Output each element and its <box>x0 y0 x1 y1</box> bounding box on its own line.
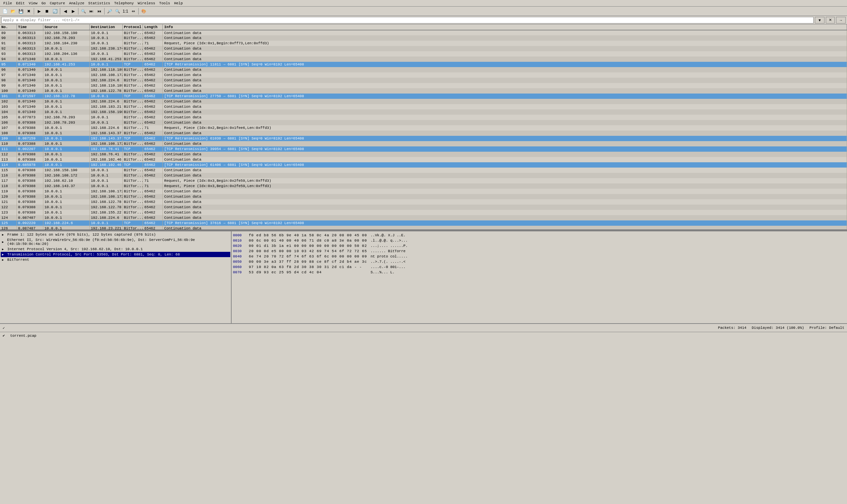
table-row[interactable]: 113 0.079388 10.0.0.1 192.168.102.46 Bit… <box>0 157 847 162</box>
expand-icon: ▶ <box>2 253 6 256</box>
table-row[interactable]: 111 0.002207 10.0.0.1 192.168.76.41 TCP … <box>0 146 847 152</box>
table-row[interactable]: 106 0.079388 192.168.78.203 10.0.0.1 Bit… <box>0 120 847 125</box>
cell-info: Request, Piece (Idx:0x2,Begin:0x1fee6,Le… <box>163 125 847 130</box>
zoom-out-btn[interactable]: 🔍 <box>114 7 121 15</box>
table-row[interactable]: 94 0.071340 10.0.0.1 192.168.41.253 BitT… <box>0 56 847 62</box>
start-capture-btn[interactable]: ▶ <box>35 7 43 15</box>
table-row[interactable]: 102 0.071340 10.0.0.1 192.168.224.6 BitT… <box>0 99 847 104</box>
menu-edit[interactable]: Edit <box>14 1 27 6</box>
resize-col-btn[interactable]: ⇔ <box>130 7 137 15</box>
detail-item[interactable]: ▶Transmission Control Protocol, Src Port… <box>1 252 230 257</box>
cell-no: 98 <box>0 78 17 83</box>
menu-go[interactable]: Go <box>39 1 48 6</box>
table-row[interactable]: 125 0.092220 192.168.224.6 10.0.0.1 TCP … <box>0 220 847 226</box>
table-row[interactable]: 95 0.071340 192.168.41.253 10.0.0.1 TCP … <box>0 62 847 67</box>
cell-src: 10.0.0.1 <box>43 56 89 62</box>
col-header-source[interactable]: Source <box>43 24 89 30</box>
restart-capture-btn[interactable]: 🔄 <box>51 7 58 15</box>
menu-file[interactable]: File <box>1 1 14 6</box>
table-row[interactable]: 107 0.079388 10.0.0.1 192.168.224.6 BitT… <box>0 125 847 130</box>
menu-capture[interactable]: Capture <box>48 1 67 6</box>
table-row[interactable]: 116 0.079388 192.168.108.172 10.0.0.1 Bi… <box>0 173 847 178</box>
table-row[interactable]: 100 0.071340 10.0.0.1 192.168.122.78 Bit… <box>0 88 847 93</box>
cell-info: Continuation data <box>163 210 847 215</box>
table-row[interactable]: 98 0.071340 10.0.0.1 192.168.224.6 BitTo… <box>0 78 847 83</box>
col-header-protocol[interactable]: Protocol <box>122 24 143 30</box>
find-prev-btn[interactable]: ⏮ <box>96 7 103 15</box>
table-row[interactable]: 89 0.063313 192.168.158.190 10.0.0.1 Bit… <box>0 30 847 35</box>
table-row[interactable]: 93 0.063313 192.168.204.136 10.0.0.1 Bit… <box>0 51 847 56</box>
table-row[interactable]: 112 0.079388 10.0.0.1 192.168.76.41 BitT… <box>0 152 847 157</box>
menu-wireless[interactable]: Wireless <box>136 1 157 6</box>
forward-btn[interactable]: ▶ <box>69 7 77 15</box>
table-row[interactable]: 121 0.079388 10.0.0.1 192.168.122.78 Bit… <box>0 199 847 204</box>
cell-src: 192.168.184.230 <box>43 41 89 46</box>
clear-filter-btn[interactable]: ✕ <box>826 17 835 23</box>
menu-telephony[interactable]: Telephony <box>112 1 136 6</box>
table-row[interactable]: 91 0.063313 192.168.184.230 10.0.0.1 Bit… <box>0 41 847 46</box>
table-row[interactable]: 110 0.073388 10.0.0.1 192.168.108.172 Bi… <box>0 141 847 146</box>
cell-len: 65462 <box>143 226 163 229</box>
filter-arrow-btn[interactable]: ▼ <box>815 17 825 23</box>
col-header-destination[interactable]: Destination <box>89 24 122 30</box>
table-row[interactable]: 123 0.079388 10.0.0.1 192.168.155.22 Bit… <box>0 210 847 215</box>
filter-input[interactable] <box>1 17 814 23</box>
cell-len: 65462 <box>143 120 163 125</box>
table-row[interactable]: 126 0.087487 10.0.0.1 192.168.23.221 Bit… <box>0 226 847 229</box>
menu-tools[interactable]: Tools <box>157 1 172 6</box>
detail-item[interactable]: ▶Frame 1: 122 bytes on wire (976 bits), … <box>1 232 230 237</box>
new-capture-btn[interactable]: 📄 <box>1 7 8 15</box>
table-row[interactable]: 97 0.071340 10.0.0.1 192.168.108.172 Bit… <box>0 72 847 78</box>
zoom-normal-btn[interactable]: 1:1 <box>122 7 129 15</box>
table-row[interactable]: 99 0.071340 10.0.0.1 192.168.110.189 Bit… <box>0 83 847 88</box>
table-row[interactable]: 105 0.077873 192.168.78.203 10.0.0.1 Bit… <box>0 115 847 120</box>
col-header-info[interactable]: Info <box>163 24 847 30</box>
detail-item[interactable]: ▶BitTorrent <box>1 257 230 263</box>
hex-bytes: 00 6c 00 01 40 00 40 06 71 d8 c0 a8 3e 0… <box>249 238 368 243</box>
find-btn[interactable]: 🔍 <box>80 7 87 15</box>
hex-ascii: .l..@.@. q...>... <box>370 238 410 243</box>
save-btn[interactable]: 💾 <box>17 7 24 15</box>
table-row[interactable]: 115 0.079388 192.168.158.190 10.0.0.1 Bi… <box>0 167 847 173</box>
cell-proto: TCP <box>122 136 143 141</box>
cell-no: 105 <box>0 115 17 120</box>
col-header-time[interactable]: Time <box>17 24 43 30</box>
colorize-btn[interactable]: 🎨 <box>140 7 147 15</box>
zoom-in-btn[interactable]: 🔎 <box>106 7 113 15</box>
open-btn[interactable]: 📂 <box>9 7 17 15</box>
table-row[interactable]: 114 0.685978 10.0.0.1 192.168.102.46 TCP… <box>0 162 847 167</box>
stop-capture-btn[interactable]: ⏹ <box>44 7 51 15</box>
table-row[interactable]: 108 0.079388 10.0.0.1 192.168.143.37 Bit… <box>0 130 847 136</box>
menu-help[interactable]: Help <box>172 1 185 6</box>
table-row[interactable]: 96 0.071340 10.0.0.1 192.168.118.189 Bit… <box>0 67 847 72</box>
table-row[interactable]: 104 0.071340 10.0.0.1 192.168.158.190 Bi… <box>0 109 847 115</box>
table-row[interactable]: 103 0.071340 10.0.0.1 192.168.183.21 Bit… <box>0 104 847 109</box>
detail-text: Internet Protocol Version 4, Src: 192.16… <box>7 247 143 251</box>
hex-row: 0000 f0 ed b8 56 6b 9e 40 1a 58 0c 4a 20… <box>233 233 846 238</box>
cell-time: 0.079388 <box>17 125 43 130</box>
menu-analyze[interactable]: Analyze <box>67 1 86 6</box>
col-header-length[interactable]: Length <box>143 24 163 30</box>
table-row[interactable]: 124 0.087487 10.0.0.1 192.168.224.6 BitT… <box>0 215 847 220</box>
back-btn[interactable]: ◀ <box>62 7 69 15</box>
detail-item[interactable]: ▶Ethernet II, Src: WireWireSrv_56:6b:9e … <box>1 237 230 247</box>
table-row[interactable]: 122 0.079388 10.0.0.1 192.168.122.78 Bit… <box>0 204 847 210</box>
hex-offset: 0050 <box>233 259 246 264</box>
table-row[interactable]: 117 0.079388 192.168.62.10 10.0.0.1 BitT… <box>0 178 847 183</box>
table-row[interactable]: 101 0.071597 192.168.122.78 10.0.0.1 TCP… <box>0 93 847 99</box>
table-row[interactable]: 118 0.079388 192.168.143.37 10.0.0.1 Bit… <box>0 183 847 189</box>
apply-filter-btn[interactable]: → <box>836 17 846 23</box>
close-btn[interactable]: ✖ <box>25 7 32 15</box>
table-row[interactable]: 109 0.087159 10.0.0.1 192.168.143.37 TCP… <box>0 136 847 141</box>
find-next-btn[interactable]: ⏭ <box>88 7 95 15</box>
menu-statistics[interactable]: Statistics <box>86 1 112 6</box>
cell-src: 10.0.0.1 <box>43 46 89 51</box>
toolbar: 📄 📂 💾 ✖ ▶ ⏹ 🔄 ◀ ▶ 🔍 ⏭ ⏮ 🔎 🔍 1:1 ⇔ 🎨 <box>0 6 847 16</box>
menu-view[interactable]: View <box>27 1 39 6</box>
table-row[interactable]: 119 0.079388 10.0.0.1 192.168.108.172 Bi… <box>0 189 847 194</box>
table-row[interactable]: 92 0.063313 10.0.0.1 192.168.238.174 Bit… <box>0 46 847 51</box>
table-row[interactable]: 120 0.079388 10.0.0.1 192.168.108.172 Bi… <box>0 194 847 199</box>
detail-item[interactable]: ▶Internet Protocol Version 4, Src: 192.1… <box>1 247 230 252</box>
col-header-no[interactable]: No. <box>0 24 17 30</box>
table-row[interactable]: 90 0.063313 192.168.78.203 10.0.0.1 BitT… <box>0 35 847 41</box>
